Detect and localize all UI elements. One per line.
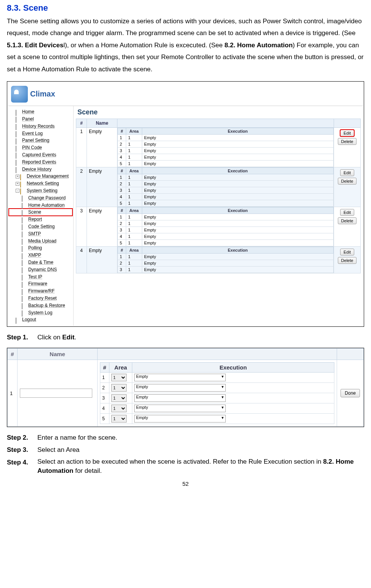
nav-item-pin-code[interactable]: PIN Code bbox=[9, 144, 72, 151]
nav-item-logout[interactable]: Logout bbox=[9, 316, 72, 323]
execution-select[interactable]: Empty bbox=[134, 384, 226, 392]
scene-row: 1Empty#AreaExecution11Empty21Empty31Empt… bbox=[76, 128, 361, 167]
edit-button[interactable]: Edit bbox=[340, 169, 354, 176]
page-number: 52 bbox=[7, 480, 364, 487]
area-select[interactable]: 1 bbox=[111, 405, 127, 412]
nav-item-firmware-rf[interactable]: Firmware/RF bbox=[9, 288, 72, 295]
edit-button[interactable]: Edit bbox=[340, 249, 354, 255]
nav-tree: HomePanelHistory RecordsEvent LogPanel S… bbox=[8, 106, 74, 326]
scene-table: # Name 1Empty#AreaExecution11Empty21Empt… bbox=[76, 119, 361, 273]
inner-col-area: Area bbox=[109, 363, 132, 373]
nav-item-network-setting[interactable]: +Network Setting bbox=[9, 180, 72, 187]
edit-button[interactable]: Edit bbox=[340, 209, 354, 216]
area-select[interactable]: 1 bbox=[111, 374, 127, 381]
nav-item-media-upload[interactable]: Media Upload bbox=[9, 238, 72, 245]
app-header: Climax bbox=[8, 82, 363, 106]
nav-item-device-management[interactable]: +Device Management bbox=[9, 173, 72, 180]
nav-item-history-records[interactable]: History Records bbox=[9, 123, 72, 130]
execution-select[interactable]: Empty bbox=[134, 405, 226, 412]
col-num: # bbox=[76, 119, 87, 128]
step: Step 1.Click on Edit. bbox=[7, 332, 364, 342]
step: Step 3.Select an Area bbox=[7, 445, 364, 455]
nav-item-test-ip[interactable]: Test IP bbox=[9, 273, 72, 281]
col-actions bbox=[334, 119, 361, 128]
intro-paragraph: The Scene setting allows you to customiz… bbox=[7, 15, 364, 75]
col-name: Name bbox=[87, 119, 117, 128]
delete-button[interactable]: Delete bbox=[338, 257, 357, 264]
edit-col-actions bbox=[337, 349, 364, 360]
scene-row: 4Empty#AreaExecution11Empty21Empty31Empt… bbox=[76, 247, 361, 273]
inner-col-exec: Execution bbox=[132, 363, 334, 373]
nav-item-smtp[interactable]: SMTP bbox=[9, 230, 72, 238]
step: Step 4.Select an action to be executed w… bbox=[7, 457, 364, 476]
execution-select[interactable]: Empty bbox=[134, 415, 226, 423]
scene-row: 2Empty#AreaExecution11Empty21Empty31Empt… bbox=[76, 167, 361, 207]
inner-col-num: # bbox=[100, 363, 109, 373]
nav-item-home-automation[interactable]: Home Automation bbox=[9, 202, 72, 209]
nav-item-backup-restore[interactable]: Backup & Restore bbox=[9, 302, 72, 309]
scene-row: 3Empty#AreaExecution11Empty21Empty31Empt… bbox=[76, 207, 361, 247]
area-select[interactable]: 1 bbox=[111, 384, 127, 392]
edit-col-name: Name bbox=[18, 349, 98, 360]
execution-select[interactable]: Empty bbox=[134, 374, 226, 381]
nav-item-scene[interactable]: Scene bbox=[9, 209, 72, 216]
delete-button[interactable]: Delete bbox=[338, 178, 357, 185]
logo-text: Climax bbox=[30, 90, 55, 98]
step: Step 2.Enter a name for the scene. bbox=[7, 432, 364, 443]
nav-item-date-time[interactable]: Date & Time bbox=[9, 259, 72, 266]
edit-button[interactable]: Edit bbox=[340, 130, 354, 137]
nav-item-dynamic-dns[interactable]: Dynamic DNS bbox=[9, 266, 72, 273]
nav-item-panel-setting[interactable]: Panel Setting bbox=[9, 137, 72, 144]
nav-item-system-log[interactable]: System Log bbox=[9, 309, 72, 316]
scene-name-input[interactable] bbox=[20, 389, 92, 398]
edit-row-num: 1 bbox=[8, 360, 18, 427]
nav-item-polling[interactable]: Polling bbox=[9, 244, 72, 252]
nav-item-xmpp[interactable]: XMPP bbox=[9, 252, 72, 259]
execution-select[interactable]: Empty bbox=[134, 394, 226, 402]
nav-item-captured-events[interactable]: Captured Events bbox=[9, 151, 72, 159]
edit-col-exec bbox=[98, 349, 337, 360]
screenshot-edit-mode: # Name 1 # Area Execution bbox=[7, 348, 364, 427]
delete-button[interactable]: Delete bbox=[338, 217, 357, 224]
nav-item-home[interactable]: Home bbox=[9, 108, 72, 116]
done-button[interactable]: Done bbox=[340, 389, 360, 397]
area-select[interactable]: 1 bbox=[111, 415, 127, 423]
section-heading: 8.3. Scene bbox=[7, 3, 364, 13]
nav-item-firmware[interactable]: Firmware bbox=[9, 280, 72, 288]
nav-item-code-setting[interactable]: Code Setting bbox=[9, 223, 72, 230]
logo-icon bbox=[11, 86, 28, 103]
area-select[interactable]: 1 bbox=[111, 394, 127, 402]
col-exec-wrap bbox=[117, 119, 334, 128]
nav-item-panel[interactable]: Panel bbox=[9, 116, 72, 123]
delete-button[interactable]: Delete bbox=[338, 138, 357, 145]
screenshot-scene-page: Climax HomePanelHistory RecordsEvent Log… bbox=[7, 81, 364, 327]
edit-inner-table: # Area Execution 11Empty21Empty31Empty41… bbox=[100, 362, 334, 424]
nav-item-report[interactable]: Report bbox=[9, 216, 72, 223]
page-title: Scene bbox=[76, 108, 361, 116]
nav-item-change-password[interactable]: Change Password bbox=[9, 194, 72, 202]
nav-item-event-log[interactable]: Event Log bbox=[9, 130, 72, 137]
nav-item-system-setting[interactable]: -System Setting bbox=[9, 187, 72, 194]
edit-col-num: # bbox=[8, 349, 18, 360]
nav-item-factory-reset[interactable]: Factory Reset bbox=[9, 295, 72, 302]
nav-item-device-history[interactable]: Device History bbox=[9, 166, 72, 173]
nav-item-reported-events[interactable]: Reported Events bbox=[9, 159, 72, 166]
